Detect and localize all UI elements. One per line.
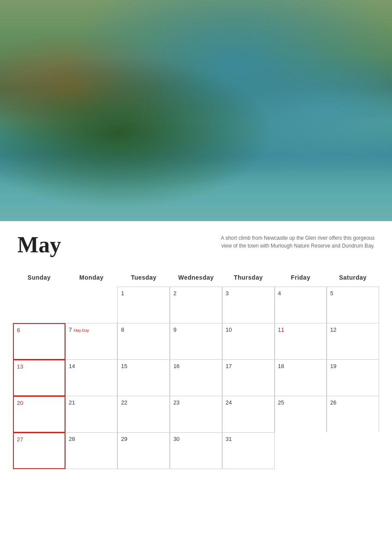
calendar-day <box>275 432 327 469</box>
calendar-day: 5 <box>327 287 379 323</box>
day-number: 19 <box>330 363 336 369</box>
day-number: 26 <box>330 399 336 406</box>
header-sunday: Sunday <box>13 271 65 284</box>
day-headers: Sunday Monday Tuesday Wednesday Thursday… <box>13 271 379 284</box>
calendar-day: 27 <box>13 432 65 469</box>
photo-caption: A short climb from Newcastle up the Glen… <box>219 230 375 250</box>
calendar-day: 19 <box>327 359 379 396</box>
calendar-day: 1 <box>117 287 170 323</box>
calendar-day: 26 <box>327 396 379 433</box>
header-monday: Monday <box>65 271 118 284</box>
calendar-week-4: 20212223242526 <box>13 396 379 433</box>
day-number: 11 <box>278 326 284 333</box>
day-number: 28 <box>69 436 75 442</box>
day-number: 25 <box>278 399 284 406</box>
day-number: 7 <box>69 326 72 333</box>
calendar-week-2: 67May Day89101112 <box>13 323 379 360</box>
calendar-day: 14 <box>65 359 118 396</box>
calendar-day <box>13 287 65 323</box>
day-number: 22 <box>121 399 127 406</box>
calendar-day: 3 <box>222 287 275 323</box>
day-number: 8 <box>121 326 124 333</box>
calendar-day: 20 <box>13 396 65 433</box>
day-event: May Day <box>74 328 89 333</box>
calendar-day: 9 <box>170 323 222 360</box>
calendar-day: 31 <box>222 432 275 469</box>
calendar-week-5: 2728293031 <box>13 432 379 469</box>
calendar-day: 21 <box>65 396 118 433</box>
calendar-day: 18 <box>275 359 327 396</box>
month-title: May <box>17 230 219 258</box>
day-number: 15 <box>121 363 127 369</box>
day-number: 9 <box>173 326 176 333</box>
calendar-day: 16 <box>170 359 222 396</box>
day-number: 10 <box>226 326 232 333</box>
calendar-grid: 1234567May Day89101112131415161718192021… <box>13 287 379 469</box>
day-number: 29 <box>121 436 127 442</box>
day-number: 18 <box>278 363 284 369</box>
calendar-day: 11 <box>275 323 327 360</box>
calendar-day: 8 <box>117 323 170 360</box>
day-number: 21 <box>69 399 75 406</box>
calendar-day <box>327 432 379 469</box>
calendar-day: 29 <box>117 432 170 469</box>
day-number: 31 <box>226 436 232 442</box>
day-number: 24 <box>226 399 232 406</box>
day-number: 14 <box>69 363 75 369</box>
calendar-day: 10 <box>222 323 275 360</box>
calendar-day: 25 <box>275 396 327 433</box>
day-number: 17 <box>226 363 232 369</box>
day-number: 5 <box>330 290 333 297</box>
day-number: 20 <box>17 400 23 406</box>
calendar-day: 13 <box>13 359 65 396</box>
day-number: 1 <box>121 290 124 297</box>
header-section: May A short climb from Newcastle up the … <box>0 221 392 262</box>
day-number: 4 <box>278 290 281 297</box>
day-number: 16 <box>173 363 179 369</box>
header-saturday: Saturday <box>327 271 379 284</box>
calendar-day: 17 <box>222 359 275 396</box>
day-number: 6 <box>17 327 20 333</box>
day-number: 27 <box>17 436 23 443</box>
calendar-day <box>65 287 118 323</box>
day-number: 12 <box>330 326 336 333</box>
header-photo <box>0 0 392 221</box>
calendar-day: 4 <box>275 287 327 323</box>
calendar-day: 12 <box>327 323 379 360</box>
day-number: 2 <box>173 290 176 297</box>
calendar-day: 22 <box>117 396 170 433</box>
calendar-day: 23 <box>170 396 222 433</box>
calendar-day: 6 <box>13 323 65 360</box>
calendar-day: 2 <box>170 287 222 323</box>
day-number: 3 <box>226 290 229 297</box>
calendar-week-3: 13141516171819 <box>13 359 379 396</box>
calendar-day: 30 <box>170 432 222 469</box>
day-number: 30 <box>173 436 179 442</box>
calendar-day: 7May Day <box>65 323 118 360</box>
calendar-day: 24 <box>222 396 275 433</box>
day-number: 13 <box>17 363 23 370</box>
header-wednesday: Wednesday <box>170 271 222 284</box>
calendar-day: 28 <box>65 432 118 469</box>
calendar-day: 15 <box>117 359 170 396</box>
calendar-container: Sunday Monday Tuesday Wednesday Thursday… <box>0 262 392 477</box>
header-thursday: Thursday <box>222 271 275 284</box>
header-tuesday: Tuesday <box>117 271 170 284</box>
day-number: 23 <box>173 399 179 406</box>
calendar-week-1: 12345 <box>13 287 379 323</box>
header-friday: Friday <box>275 271 327 284</box>
